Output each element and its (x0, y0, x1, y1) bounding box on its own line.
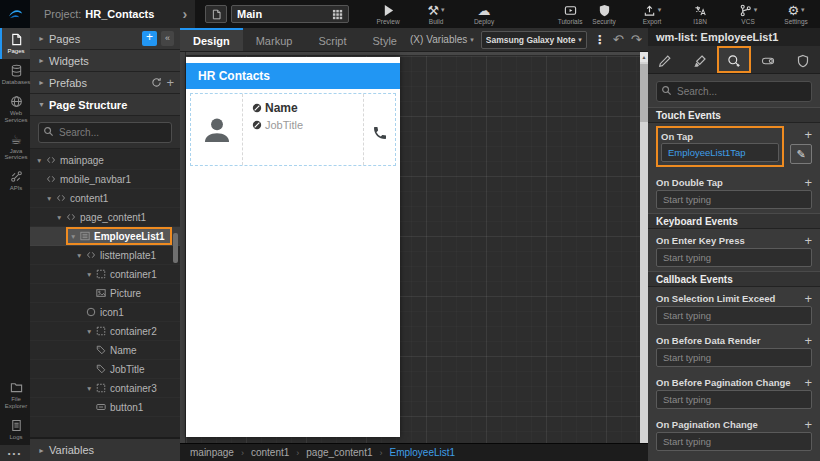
section-header-page-structure[interactable]: ▼Page Structure (30, 94, 180, 116)
topbar-action-preview[interactable]: Preview (371, 3, 405, 25)
jobtitle-label-widget[interactable]: JobTitle (265, 119, 303, 131)
event-on-tap: On Tap+✎ (648, 123, 820, 171)
tab-script[interactable]: Script (305, 28, 359, 51)
name-label-widget[interactable]: Name (265, 101, 298, 115)
rail-overflow-button[interactable]: ••• (0, 445, 30, 461)
tree-node-label: content1 (70, 193, 108, 204)
sidebar-item-logs[interactable]: Logs (0, 414, 30, 445)
tree-node-listtemplate1[interactable]: ▼listtemplate1 (30, 246, 180, 265)
tree-node-icon1[interactable]: icon1 (30, 303, 180, 322)
topbar-action-vcs[interactable]: ▾VCS (731, 3, 765, 25)
tree-node-EmployeeList1[interactable]: ▼EmployeeList1 (30, 227, 180, 246)
add-page-button[interactable]: + (142, 31, 157, 46)
add-event-button[interactable]: + (804, 418, 812, 431)
employee-list-widget[interactable]: Name JobTitle (190, 93, 396, 166)
event-handler-input[interactable] (656, 248, 812, 267)
event-on-double-tap: On Double Tap+ (648, 171, 820, 213)
picture-widget[interactable] (191, 94, 243, 165)
list-item-template[interactable]: Name JobTitle (191, 94, 395, 165)
tree-node-mainpage[interactable]: ▼mainpage (30, 151, 180, 170)
section-header-prefabs[interactable]: ►Prefabs+ (30, 72, 180, 94)
tree-node-container1[interactable]: ▼container1 (30, 265, 180, 284)
sidebar-item-apis[interactable]: APIs (0, 165, 30, 196)
tree-node-Picture[interactable]: Picture (30, 284, 180, 303)
breadcrumb-item-content1[interactable]: content1 (251, 447, 289, 458)
event-handler-input[interactable] (656, 348, 812, 367)
topbar-action-security[interactable]: Security (587, 3, 621, 25)
redo-button[interactable]: ↷ (631, 32, 642, 47)
event-groups: Touch EventsOn Tap+✎On Double Tap+Keyboa… (648, 107, 820, 461)
design-canvas[interactable]: HR Contacts Name (180, 52, 648, 443)
sidebar-item-web-services[interactable]: Web Services (0, 90, 30, 128)
add-event-button[interactable]: + (804, 292, 812, 305)
tab-markup[interactable]: Markup (243, 28, 306, 51)
edit-script-button[interactable]: ✎ (790, 144, 812, 164)
styles-tab[interactable] (682, 46, 716, 73)
sidebar-item-file-explorer[interactable]: File Explorer (0, 376, 30, 414)
tree-node-container2[interactable]: ▼container2 (30, 322, 180, 341)
undo-button[interactable]: ↶ (613, 32, 624, 47)
add-event-button[interactable]: + (804, 176, 812, 189)
event-handler-input[interactable] (661, 143, 779, 162)
tree-node-Name[interactable]: Name (30, 341, 180, 360)
call-button-widget[interactable] (363, 94, 395, 165)
variables-dropdown[interactable]: (X) Variables ▾ (410, 34, 474, 45)
add-event-button[interactable]: + (804, 376, 812, 389)
tree-node-container3[interactable]: ▼container3 (30, 379, 180, 398)
left-panel-scrollbar[interactable] (173, 233, 178, 263)
canvas-scrollbar[interactable]: ▲ (640, 52, 648, 443)
breadcrumb-item-mainpage[interactable]: mainpage (190, 447, 234, 458)
scrollbar-thumb[interactable] (640, 64, 648, 122)
events-search-input[interactable] (656, 81, 812, 102)
add-event-button[interactable]: + (804, 334, 812, 347)
tab-design[interactable]: Design (180, 28, 243, 51)
variables-section[interactable]: ► Variables (30, 437, 180, 461)
breadcrumb-item-page_content1[interactable]: page_content1 (306, 447, 372, 458)
event-handler-input[interactable] (656, 390, 812, 409)
add-event-button[interactable]: + (804, 128, 812, 141)
add-icon[interactable]: + (166, 75, 174, 90)
page-select-dropdown[interactable]: Main (231, 5, 349, 23)
more-options-button[interactable]: ⋮ (594, 33, 606, 47)
sidebar-item-java-services[interactable]: ☕Java Services (0, 128, 30, 166)
event-handler-input[interactable] (656, 432, 812, 451)
section-header-pages[interactable]: ►Pages+« (30, 28, 180, 50)
editor-area: DesignMarkupScriptStyle (X) Variables ▾ … (180, 28, 648, 461)
sidebar-item-pages[interactable]: Pages (0, 28, 30, 59)
sidebar-item-databases[interactable]: Databases (0, 59, 30, 90)
grid-icon[interactable] (332, 9, 343, 20)
topbar-action-i18n[interactable]: I18N (683, 3, 717, 25)
deploy-label: Deploy (474, 18, 494, 25)
tree-node-page_content1[interactable]: ▼page_content1 (30, 208, 180, 227)
scroll-up-icon[interactable]: ▲ (640, 52, 648, 62)
add-event-button[interactable]: + (804, 234, 812, 247)
device-selector[interactable]: Samsung Galaxy Note III ▾ (481, 31, 587, 49)
event-handler-input[interactable] (656, 190, 812, 209)
tree-node-JobTitle[interactable]: JobTitle (30, 360, 180, 379)
project-switch-chevron[interactable]: › (182, 6, 187, 22)
section-header-widgets[interactable]: ►Widgets (30, 50, 180, 72)
mobile-navbar[interactable]: HR Contacts (186, 63, 400, 89)
tree-node-content1[interactable]: ▼content1 (30, 189, 180, 208)
events-tab[interactable] (717, 46, 751, 73)
topbar-action-build[interactable]: ⚒▾Build (419, 3, 453, 25)
security-tab[interactable] (786, 46, 820, 73)
collapse-panel-button[interactable]: « (161, 31, 174, 46)
list-item-text-container[interactable]: Name JobTitle (243, 94, 363, 165)
topbar-action-export[interactable]: ▾Export (635, 3, 669, 25)
tree-node-button1[interactable]: button1 (30, 398, 180, 417)
event-handler-input[interactable] (656, 306, 812, 325)
topbar-action-settings[interactable]: ⚙▾Settings (779, 3, 813, 25)
tree-node-mobile_navbar1[interactable]: mobile_navbar1 (30, 170, 180, 189)
preview-label: Preview (376, 18, 399, 25)
chevron-right-icon: › (379, 448, 382, 458)
device-tab[interactable] (751, 46, 785, 73)
topbar-action-deploy[interactable]: ☁Deploy (467, 3, 501, 25)
refresh-icon[interactable] (151, 77, 162, 88)
topbar-action-tutorials[interactable]: Tutorials (553, 3, 587, 25)
tab-style[interactable]: Style (360, 28, 410, 51)
structure-search-input[interactable] (38, 122, 172, 143)
properties-tab[interactable] (648, 46, 682, 73)
tree-node-label: mobile_navbar1 (60, 174, 131, 185)
breadcrumb-item-EmployeeList1[interactable]: EmployeeList1 (389, 447, 455, 458)
